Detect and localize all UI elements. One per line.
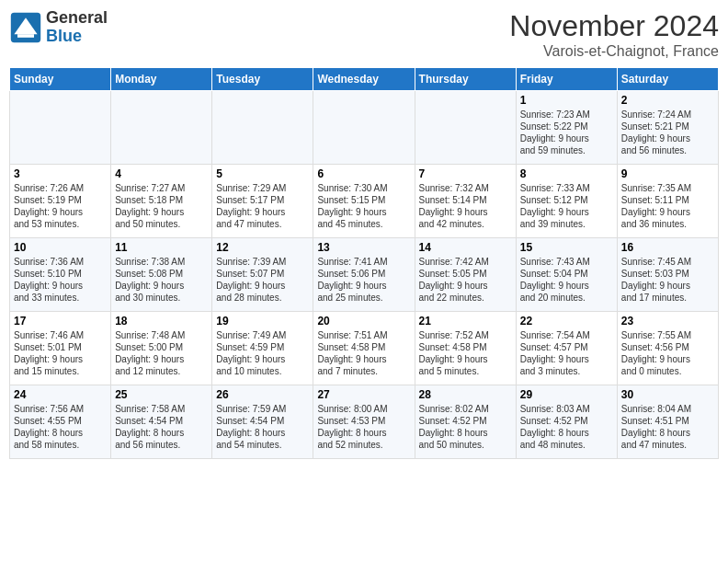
day-info: Sunrise: 7:52 AMSunset: 4:58 PMDaylight:… bbox=[419, 329, 512, 377]
day-info: Sunrise: 7:23 AMSunset: 5:22 PMDaylight:… bbox=[520, 109, 613, 156]
calendar-day-cell: 24Sunrise: 7:56 AMSunset: 4:55 PMDayligh… bbox=[10, 385, 111, 459]
day-number: 3 bbox=[14, 167, 107, 180]
day-number: 20 bbox=[317, 315, 410, 327]
day-number: 26 bbox=[216, 388, 309, 401]
calendar-day-cell bbox=[415, 91, 516, 165]
weekday-header: Wednesday bbox=[313, 68, 415, 91]
weekday-header: Friday bbox=[516, 68, 617, 91]
day-number: 1 bbox=[520, 94, 613, 107]
page-header: General Blue November 2024 Varois-et-Cha… bbox=[9, 9, 719, 60]
day-number: 21 bbox=[419, 315, 512, 327]
calendar-day-cell: 14Sunrise: 7:42 AMSunset: 5:05 PMDayligh… bbox=[415, 238, 516, 312]
calendar-day-cell: 26Sunrise: 7:59 AMSunset: 4:54 PMDayligh… bbox=[212, 385, 313, 459]
day-info: Sunrise: 7:27 AMSunset: 5:18 PMDaylight:… bbox=[115, 182, 208, 230]
logo-general-text: General bbox=[46, 9, 108, 28]
day-info: Sunrise: 7:46 AMSunset: 5:01 PMDaylight:… bbox=[14, 329, 107, 377]
calendar-day-cell: 20Sunrise: 7:51 AMSunset: 4:58 PMDayligh… bbox=[313, 312, 415, 385]
day-number: 5 bbox=[216, 167, 309, 180]
day-info: Sunrise: 7:43 AMSunset: 5:04 PMDaylight:… bbox=[520, 256, 613, 304]
calendar-table: SundayMondayTuesdayWednesdayThursdayFrid… bbox=[9, 67, 719, 459]
calendar-day-cell: 30Sunrise: 8:04 AMSunset: 4:51 PMDayligh… bbox=[617, 385, 718, 459]
logo-icon bbox=[9, 11, 42, 44]
calendar-day-cell: 13Sunrise: 7:41 AMSunset: 5:06 PMDayligh… bbox=[313, 238, 415, 312]
month-title: November 2024 bbox=[509, 9, 719, 43]
day-number: 23 bbox=[621, 315, 714, 327]
calendar-day-cell bbox=[212, 91, 313, 165]
calendar-day-cell: 28Sunrise: 8:02 AMSunset: 4:52 PMDayligh… bbox=[415, 385, 516, 459]
calendar-day-cell: 19Sunrise: 7:49 AMSunset: 4:59 PMDayligh… bbox=[212, 312, 313, 385]
calendar-header-row: SundayMondayTuesdayWednesdayThursdayFrid… bbox=[10, 68, 719, 91]
calendar-day-cell: 5Sunrise: 7:29 AMSunset: 5:17 PMDaylight… bbox=[212, 165, 313, 238]
calendar-week-row: 17Sunrise: 7:46 AMSunset: 5:01 PMDayligh… bbox=[10, 312, 719, 385]
calendar-day-cell: 29Sunrise: 8:03 AMSunset: 4:52 PMDayligh… bbox=[516, 385, 617, 459]
day-info: Sunrise: 7:41 AMSunset: 5:06 PMDaylight:… bbox=[317, 256, 410, 304]
calendar-day-cell: 4Sunrise: 7:27 AMSunset: 5:18 PMDaylight… bbox=[111, 165, 212, 238]
day-info: Sunrise: 8:00 AMSunset: 4:53 PMDaylight:… bbox=[317, 403, 410, 451]
calendar-day-cell: 27Sunrise: 8:00 AMSunset: 4:53 PMDayligh… bbox=[313, 385, 415, 459]
day-info: Sunrise: 7:26 AMSunset: 5:19 PMDaylight:… bbox=[14, 182, 107, 230]
day-number: 13 bbox=[317, 241, 410, 254]
day-info: Sunrise: 8:04 AMSunset: 4:51 PMDaylight:… bbox=[621, 403, 714, 451]
weekday-header: Thursday bbox=[415, 68, 516, 91]
day-info: Sunrise: 7:39 AMSunset: 5:07 PMDaylight:… bbox=[216, 256, 309, 304]
day-info: Sunrise: 7:48 AMSunset: 5:00 PMDaylight:… bbox=[115, 329, 208, 377]
day-number: 16 bbox=[621, 241, 714, 254]
day-number: 11 bbox=[115, 241, 208, 254]
title-block: November 2024 Varois-et-Chaignot, France bbox=[509, 9, 719, 60]
calendar-day-cell: 11Sunrise: 7:38 AMSunset: 5:08 PMDayligh… bbox=[111, 238, 212, 312]
day-info: Sunrise: 7:24 AMSunset: 5:21 PMDaylight:… bbox=[621, 109, 714, 156]
calendar-day-cell: 9Sunrise: 7:35 AMSunset: 5:11 PMDaylight… bbox=[617, 165, 718, 238]
day-info: Sunrise: 7:59 AMSunset: 4:54 PMDaylight:… bbox=[216, 403, 309, 451]
calendar-day-cell: 18Sunrise: 7:48 AMSunset: 5:00 PMDayligh… bbox=[111, 312, 212, 385]
day-number: 12 bbox=[216, 241, 309, 254]
day-number: 10 bbox=[14, 241, 107, 254]
day-number: 29 bbox=[520, 388, 613, 401]
calendar-day-cell bbox=[313, 91, 415, 165]
day-info: Sunrise: 7:51 AMSunset: 4:58 PMDaylight:… bbox=[317, 329, 410, 377]
day-info: Sunrise: 7:45 AMSunset: 5:03 PMDaylight:… bbox=[621, 256, 714, 304]
day-info: Sunrise: 7:49 AMSunset: 4:59 PMDaylight:… bbox=[216, 329, 309, 377]
day-number: 9 bbox=[621, 167, 714, 180]
day-info: Sunrise: 7:29 AMSunset: 5:17 PMDaylight:… bbox=[216, 182, 309, 230]
calendar-day-cell bbox=[111, 91, 212, 165]
calendar-day-cell: 10Sunrise: 7:36 AMSunset: 5:10 PMDayligh… bbox=[10, 238, 111, 312]
day-number: 6 bbox=[317, 167, 410, 180]
logo-blue-text: Blue bbox=[46, 28, 108, 46]
day-number: 4 bbox=[115, 167, 208, 180]
calendar-day-cell: 16Sunrise: 7:45 AMSunset: 5:03 PMDayligh… bbox=[617, 238, 718, 312]
calendar-body: 1Sunrise: 7:23 AMSunset: 5:22 PMDaylight… bbox=[10, 91, 719, 459]
day-number: 28 bbox=[419, 388, 512, 401]
weekday-header: Saturday bbox=[617, 68, 718, 91]
day-number: 7 bbox=[419, 167, 512, 180]
calendar-day-cell bbox=[10, 91, 111, 165]
day-number: 2 bbox=[621, 94, 714, 107]
day-info: Sunrise: 7:36 AMSunset: 5:10 PMDaylight:… bbox=[14, 256, 107, 304]
day-info: Sunrise: 7:32 AMSunset: 5:14 PMDaylight:… bbox=[419, 182, 512, 230]
calendar-week-row: 3Sunrise: 7:26 AMSunset: 5:19 PMDaylight… bbox=[10, 165, 719, 238]
calendar-day-cell: 17Sunrise: 7:46 AMSunset: 5:01 PMDayligh… bbox=[10, 312, 111, 385]
calendar-day-cell: 3Sunrise: 7:26 AMSunset: 5:19 PMDaylight… bbox=[10, 165, 111, 238]
day-number: 18 bbox=[115, 315, 208, 327]
calendar-day-cell: 12Sunrise: 7:39 AMSunset: 5:07 PMDayligh… bbox=[212, 238, 313, 312]
day-number: 19 bbox=[216, 315, 309, 327]
day-number: 17 bbox=[14, 315, 107, 327]
day-info: Sunrise: 7:54 AMSunset: 4:57 PMDaylight:… bbox=[520, 329, 613, 377]
day-number: 15 bbox=[520, 241, 613, 254]
day-number: 30 bbox=[621, 388, 714, 401]
day-number: 14 bbox=[419, 241, 512, 254]
svg-rect-2 bbox=[17, 34, 34, 38]
calendar-week-row: 10Sunrise: 7:36 AMSunset: 5:10 PMDayligh… bbox=[10, 238, 719, 312]
calendar-day-cell: 22Sunrise: 7:54 AMSunset: 4:57 PMDayligh… bbox=[516, 312, 617, 385]
weekday-header: Monday bbox=[111, 68, 212, 91]
weekday-header: Tuesday bbox=[212, 68, 313, 91]
weekday-header: Sunday bbox=[10, 68, 111, 91]
day-number: 22 bbox=[520, 315, 613, 327]
day-number: 24 bbox=[14, 388, 107, 401]
day-info: Sunrise: 7:55 AMSunset: 4:56 PMDaylight:… bbox=[621, 329, 714, 377]
day-info: Sunrise: 7:38 AMSunset: 5:08 PMDaylight:… bbox=[115, 256, 208, 304]
day-info: Sunrise: 8:03 AMSunset: 4:52 PMDaylight:… bbox=[520, 403, 613, 451]
calendar-day-cell: 8Sunrise: 7:33 AMSunset: 5:12 PMDaylight… bbox=[516, 165, 617, 238]
day-number: 27 bbox=[317, 388, 410, 401]
day-info: Sunrise: 7:30 AMSunset: 5:15 PMDaylight:… bbox=[317, 182, 410, 230]
logo-text: General Blue bbox=[46, 9, 108, 46]
